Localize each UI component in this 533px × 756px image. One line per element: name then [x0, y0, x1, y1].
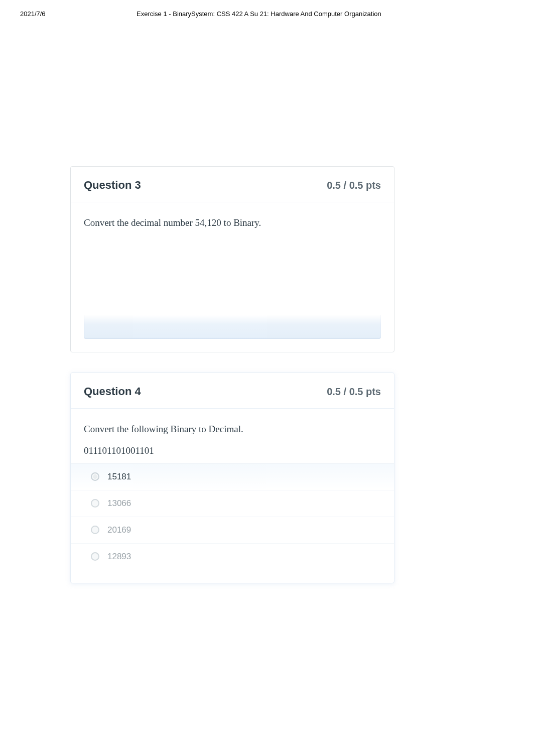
question-4-answers: 15181 13066 20169 12893: [71, 463, 394, 570]
question-3-body: Convert the decimal number 54,120 to Bin…: [71, 202, 394, 352]
question-4-card: Question 4 0.5 / 0.5 pts Convert the fol…: [70, 372, 394, 583]
answer-option-text: 20169: [107, 525, 131, 535]
question-4-body: Convert the following Binary to Decimal.…: [71, 409, 394, 583]
radio-icon: [91, 552, 99, 561]
question-3-card: Question 3 0.5 / 0.5 pts Convert the dec…: [70, 166, 394, 353]
answer-option[interactable]: 20169: [71, 517, 394, 543]
question-4-title: Question 4: [84, 385, 141, 398]
print-title: Exercise 1 - BinarySystem: CSS 422 A Su …: [137, 10, 513, 18]
radio-icon: [91, 499, 99, 508]
print-date: 2021/7/6: [20, 10, 137, 18]
question-3-answer-blur: [84, 315, 381, 339]
print-header: 2021/7/6 Exercise 1 - BinarySystem: CSS …: [0, 0, 533, 18]
question-3-header: Question 3 0.5 / 0.5 pts: [71, 167, 394, 202]
answer-option-text: 13066: [107, 498, 131, 509]
question-4-header: Question 4 0.5 / 0.5 pts: [71, 373, 394, 409]
question-4-binary: 011101101001101: [84, 445, 381, 456]
question-3-points: 0.5 / 0.5 pts: [327, 180, 381, 191]
answer-option[interactable]: 13066: [71, 490, 394, 517]
answer-option[interactable]: 15181: [71, 463, 394, 490]
question-3-title: Question 3: [84, 179, 141, 192]
quiz-content: Question 3 0.5 / 0.5 pts Convert the dec…: [70, 18, 394, 583]
question-4-points: 0.5 / 0.5 pts: [327, 386, 381, 398]
answer-option-text: 15181: [107, 472, 131, 482]
question-4-prompt: Convert the following Binary to Decimal.: [84, 423, 381, 436]
answer-option[interactable]: 12893: [71, 543, 394, 570]
radio-icon: [91, 472, 99, 481]
question-3-prompt: Convert the decimal number 54,120 to Bin…: [84, 216, 381, 230]
radio-icon: [91, 526, 99, 534]
answer-option-text: 12893: [107, 552, 131, 562]
